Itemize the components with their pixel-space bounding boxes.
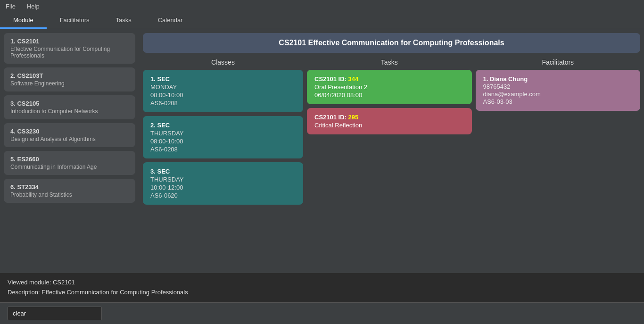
main-content: 1. CS2101 Effective Communication for Co… xyxy=(0,29,644,273)
columns-header: Classes Tasks Facilitators xyxy=(143,57,640,68)
sidebar-item-cs2103t[interactable]: 2. CS2103T Software Engineering xyxy=(4,67,135,91)
viewed-module-label: Viewed module: CS2101 xyxy=(8,278,636,288)
module-title: CS2101 Effective Communication for Compu… xyxy=(143,33,640,53)
command-bar xyxy=(0,302,644,324)
class-card-3[interactable]: 3. SEC THURSDAY 10:00-12:00 AS6-0620 xyxy=(143,162,303,205)
menu-file[interactable]: File xyxy=(4,2,17,11)
status-bar: Viewed module: CS2101 Description: Effec… xyxy=(0,273,644,302)
sidebar-item-cs2101[interactable]: 1. CS2101 Effective Communication for Co… xyxy=(4,33,135,64)
classes-column-header: Classes xyxy=(143,57,303,68)
sidebar-item-cs2105[interactable]: 3. CS2105 Introduction to Computer Netwo… xyxy=(4,95,135,119)
tab-bar: Module Facilitators Tasks Calendar xyxy=(0,13,644,29)
sidebar: 1. CS2101 Effective Communication for Co… xyxy=(0,29,139,273)
task-card-295[interactable]: CS2101 ID: 295 Critical Reflection xyxy=(307,108,472,134)
task-card-344[interactable]: CS2101 ID: 344 Oral Presentation 2 06/04… xyxy=(307,70,472,104)
menubar: File Help xyxy=(0,0,644,13)
tab-module[interactable]: Module xyxy=(0,13,47,29)
class-card-2[interactable]: 2. SEC THURSDAY 08:00-10:00 AS6-0208 xyxy=(143,116,303,158)
sidebar-item-st2334[interactable]: 6. ST2334 Probability and Statistics xyxy=(4,179,135,203)
tab-facilitators[interactable]: Facilitators xyxy=(47,13,103,29)
tab-tasks[interactable]: Tasks xyxy=(103,13,145,29)
facilitators-column: 1. Diana Chung 98765432 diana@example.co… xyxy=(476,70,641,269)
tasks-column: CS2101 ID: 344 Oral Presentation 2 06/04… xyxy=(307,70,472,269)
description-label: Description: Effective Communication for… xyxy=(8,288,636,298)
tab-calendar[interactable]: Calendar xyxy=(145,13,196,29)
sidebar-item-es2660[interactable]: 5. ES2660 Communicating in Information A… xyxy=(4,151,135,175)
command-input[interactable] xyxy=(8,307,102,320)
menu-help[interactable]: Help xyxy=(25,2,41,11)
columns-body: 1. SEC MONDAY 08:00-10:00 AS6-0208 2. SE… xyxy=(143,70,640,269)
tasks-column-header: Tasks xyxy=(307,57,472,68)
right-panel: CS2101 Effective Communication for Compu… xyxy=(139,29,644,273)
facilitators-column-header: Facilitators xyxy=(476,57,641,68)
classes-column: 1. SEC MONDAY 08:00-10:00 AS6-0208 2. SE… xyxy=(143,70,303,269)
class-card-1[interactable]: 1. SEC MONDAY 08:00-10:00 AS6-0208 xyxy=(143,70,303,112)
facilitator-card-1[interactable]: 1. Diana Chung 98765432 diana@example.co… xyxy=(476,70,641,111)
sidebar-item-cs3230[interactable]: 4. CS3230 Design and Analysis of Algorit… xyxy=(4,123,135,147)
